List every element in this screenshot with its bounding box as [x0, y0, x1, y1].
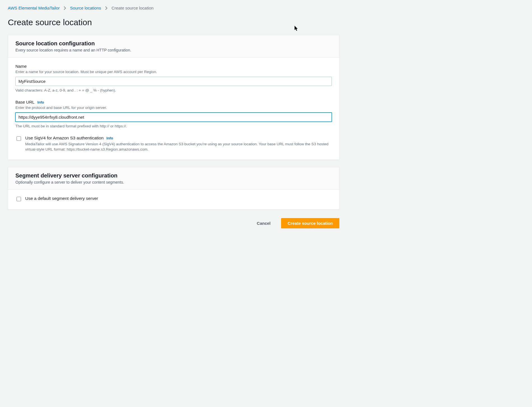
- field-base-url: Base URL Info Enter the protocol and bas…: [15, 100, 332, 128]
- field-sigv4: Use SigV4 for Amazon S3 authentication I…: [15, 135, 332, 152]
- sigv4-label: Use SigV4 for Amazon S3 authentication: [25, 135, 104, 141]
- page-title: Create source location: [8, 18, 339, 27]
- panel-header: Segment delivery server configuration Op…: [8, 167, 339, 190]
- baseurl-label: Base URL: [15, 100, 34, 104]
- baseurl-hint: The URL must be in standard format prefi…: [15, 124, 332, 128]
- panel-title: Source location configuration: [15, 40, 332, 47]
- name-desc: Enter a name for your source location. M…: [15, 70, 332, 74]
- sigv4-info-link[interactable]: Info: [106, 136, 113, 140]
- baseurl-info-link[interactable]: Info: [37, 100, 44, 104]
- field-default-server: Use a default segment delivery server: [15, 196, 332, 202]
- panel-title: Segment delivery server configuration: [15, 172, 332, 179]
- panel-segment-delivery: Segment delivery server configuration Op…: [8, 167, 339, 210]
- sigv4-checkbox[interactable]: [17, 136, 21, 141]
- name-input[interactable]: [15, 77, 332, 86]
- breadcrumb-root[interactable]: AWS Elemental MediaTailor: [8, 6, 60, 10]
- form-actions: Cancel Create source location: [8, 217, 339, 228]
- default-server-label: Use a default segment delivery server: [25, 196, 98, 201]
- panel-subtitle: Every source location requires a name an…: [15, 48, 332, 52]
- sigv4-desc: MediaTailor will use AWS Signature Versi…: [25, 142, 332, 152]
- cancel-button[interactable]: Cancel: [252, 218, 276, 228]
- panel-subtitle: Optionally configure a server to deliver…: [15, 180, 332, 184]
- panel-header: Source location configuration Every sour…: [8, 35, 339, 58]
- name-label: Name: [15, 64, 332, 69]
- baseurl-input[interactable]: [15, 113, 332, 122]
- panel-source-location-config: Source location configuration Every sour…: [8, 35, 339, 160]
- breadcrumb: AWS Elemental MediaTailor Source locatio…: [8, 6, 339, 13]
- create-source-location-button[interactable]: Create source location: [281, 218, 339, 228]
- name-hint: Valid characters: A-Z, a-z, 0-9, and . :…: [15, 88, 332, 92]
- baseurl-desc: Enter the protocol and base URL for your…: [15, 106, 332, 110]
- chevron-right-icon: [105, 6, 108, 10]
- breadcrumb-current: Create source location: [111, 6, 153, 10]
- breadcrumb-source-locations[interactable]: Source locations: [70, 6, 101, 10]
- chevron-right-icon: [64, 6, 66, 10]
- default-server-checkbox[interactable]: [17, 197, 21, 201]
- field-name: Name Enter a name for your source locati…: [15, 64, 332, 92]
